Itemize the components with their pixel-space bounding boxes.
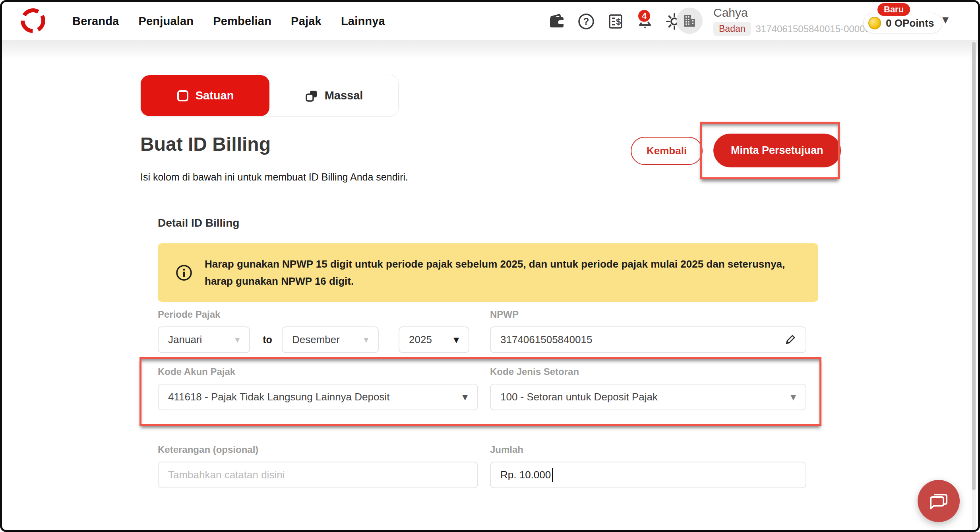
company-avatar[interactable] [676, 8, 703, 34]
user-npwp-id: 3174061505840015-000000 [756, 23, 876, 35]
main-menu: Beranda Penjualan Pembelian Pajak Lainny… [72, 2, 385, 41]
chat-button[interactable] [918, 480, 960, 522]
stacked-squares-icon [305, 89, 318, 103]
kode-jenis-setoran-value: 100 - Setoran untuk Deposit Pajak [500, 391, 790, 403]
menu-beranda[interactable]: Beranda [72, 15, 119, 28]
help-icon[interactable]: ? [577, 12, 596, 31]
building-icon [682, 13, 697, 28]
jumlah-value: Rp. 10.000 [500, 469, 551, 481]
keterangan-label: Keterangan (opsional) [158, 444, 258, 455]
info-banner-text: Harap gunakan NPWP 15 digit untuk period… [205, 256, 801, 290]
baru-badge: Baru [877, 3, 910, 16]
bell-icon[interactable]: 4 [635, 12, 655, 31]
month-until-select[interactable]: Desember ▼ [282, 326, 379, 353]
user-name: Cahya [713, 6, 748, 19]
coin-icon [868, 17, 881, 29]
menu-lainnya[interactable]: Lainnya [341, 15, 385, 28]
top-navbar: Beranda Penjualan Pembelian Pajak Lainny… [2, 2, 978, 41]
kode-jenis-setoran-label: Kode Jenis Setoran [490, 366, 579, 377]
npwp-label: NPWP [490, 309, 519, 320]
svg-text:?: ? [583, 16, 589, 27]
text-cursor [552, 468, 553, 482]
to-label: to [258, 326, 277, 353]
onlinepajak-logo-icon[interactable] [19, 7, 46, 34]
kode-akun-pajak-value: 411618 - Pajak Tidak Langsung Lainnya De… [168, 391, 462, 403]
navbar-icons: ? $ 4 [547, 2, 684, 41]
jumlah-input[interactable]: Rp. 10.000 [490, 462, 806, 488]
npwp-input[interactable]: 3174061505840015 [490, 326, 806, 353]
month-from-select[interactable]: Januari ▼ [158, 326, 250, 353]
menu-pembelian[interactable]: Pembelian [213, 15, 271, 28]
month-from-value: Januari [168, 334, 235, 346]
kode-akun-pajak-label: Kode Akun Pajak [158, 366, 235, 377]
billing-mode-tabs: Satuan Massal [140, 75, 399, 116]
section-title: Detail ID Billing [158, 217, 239, 229]
tab-satuan-label: Satuan [196, 89, 234, 102]
kode-akun-pajak-select[interactable]: 411618 - Pajak Tidak Langsung Lainnya De… [158, 384, 478, 410]
jumlah-label: Jumlah [490, 444, 523, 455]
chevron-down-icon: ▼ [790, 393, 796, 401]
chevron-down-icon: ▼ [453, 336, 459, 344]
chevron-down-icon: ▼ [364, 336, 368, 344]
chevron-down-icon[interactable]: ▼ [942, 15, 949, 25]
keterangan-input[interactable]: Tambahkan catatan disini [158, 462, 478, 488]
single-square-icon [176, 89, 189, 102]
page-subtitle: Isi kolom di bawah ini untuk membuat ID … [140, 171, 408, 183]
kode-jenis-setoran-select[interactable]: 100 - Setoran untuk Deposit Pajak ▼ [490, 384, 806, 410]
kembali-button[interactable]: Kembali [631, 137, 703, 165]
menu-pajak[interactable]: Pajak [291, 15, 322, 28]
minta-persetujuan-button[interactable]: Minta Persetujuan [713, 134, 841, 167]
month-until-value: Desember [292, 334, 364, 346]
npwp-value: 3174061505840015 [500, 334, 784, 346]
tab-massal[interactable]: Massal [269, 75, 398, 116]
tab-massal-label: Massal [325, 89, 363, 102]
svg-text:$: $ [616, 17, 621, 27]
menu-penjualan[interactable]: Penjualan [138, 15, 194, 28]
entity-type-badge: Badan [713, 22, 751, 36]
npwp-info-banner: Harap gunakan NPWP 15 digit untuk period… [158, 243, 818, 302]
chat-bubbles-icon [928, 490, 950, 512]
notification-badge: 4 [637, 9, 651, 23]
keterangan-placeholder: Tambahkan catatan disini [168, 469, 468, 481]
navbar-shadow [2, 41, 978, 59]
app-window: Beranda Penjualan Pembelian Pajak Lainny… [0, 0, 980, 532]
periode-pajak-label: Periode Pajak [158, 309, 220, 320]
chevron-down-icon: ▼ [235, 336, 240, 344]
pencil-icon[interactable] [784, 334, 796, 346]
scrollbar-thumb[interactable] [972, 42, 976, 490]
page-title: Buat ID Billing [140, 133, 271, 155]
opoints-label: 0 OPoints [886, 17, 934, 29]
year-select[interactable]: 2025 ▼ [399, 326, 469, 353]
chevron-down-icon: ▼ [462, 393, 468, 401]
tab-satuan[interactable]: Satuan [141, 75, 269, 116]
user-meta: Badan 3174061505840015-000000 [713, 22, 875, 36]
wallet-icon[interactable] [547, 12, 566, 31]
year-value: 2025 [409, 334, 453, 346]
billing-icon[interactable]: $ [606, 12, 625, 31]
info-icon [175, 264, 193, 282]
